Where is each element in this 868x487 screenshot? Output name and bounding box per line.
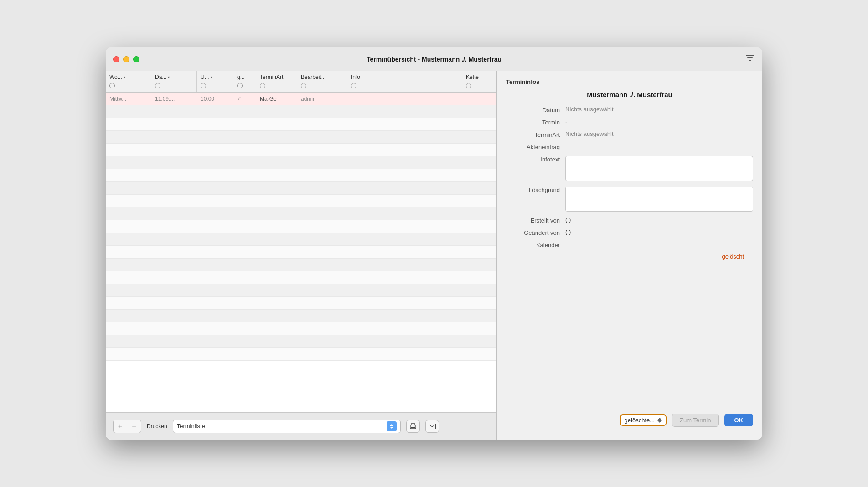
svg-point-2 bbox=[414, 425, 415, 426]
table-row[interactable] bbox=[106, 156, 496, 169]
info-row-kalender: Kalender bbox=[506, 241, 753, 249]
col-header-ke[interactable]: Kette bbox=[462, 71, 496, 92]
value-terminart: Nichts ausgewählt bbox=[565, 130, 753, 137]
print-button[interactable] bbox=[406, 420, 420, 433]
label-akteneintrag: Akteneintrag bbox=[506, 143, 565, 150]
value-datum: Nichts ausgewählt bbox=[565, 106, 753, 113]
loschgrund-box[interactable] bbox=[565, 187, 753, 212]
col-label-ta: TerminArt bbox=[260, 74, 283, 80]
add-button[interactable]: + bbox=[114, 420, 127, 433]
table-row[interactable] bbox=[106, 322, 496, 335]
col-header-ta[interactable]: TerminArt bbox=[256, 71, 297, 92]
label-infotext: Infotext bbox=[506, 155, 565, 163]
table-row[interactable]: Mittw... 11.09.... 10:00 ✓ Ma-Ge admin bbox=[106, 93, 496, 105]
table-row[interactable] bbox=[106, 118, 496, 131]
col-header-wo[interactable]: Wo... ▾ bbox=[106, 71, 151, 92]
maximize-button[interactable] bbox=[133, 56, 140, 62]
drucken-select[interactable]: Terminliste bbox=[173, 420, 401, 433]
value-erstellt: ( ) bbox=[565, 216, 753, 223]
value-geandert: ( ) bbox=[565, 228, 753, 235]
label-terminart: TerminArt bbox=[506, 130, 565, 138]
table-row[interactable] bbox=[106, 207, 496, 220]
table-row[interactable] bbox=[106, 220, 496, 233]
drucken-spinner[interactable] bbox=[387, 421, 397, 431]
table-row[interactable] bbox=[106, 310, 496, 322]
col-header-da[interactable]: Da... ▾ bbox=[151, 71, 197, 92]
geloschte-spinner[interactable] bbox=[657, 418, 662, 423]
col-header-uh[interactable]: U... ▾ bbox=[197, 71, 233, 92]
close-button[interactable] bbox=[113, 56, 119, 62]
spinner-up-icon bbox=[657, 418, 662, 420]
cell-da: 11.09.... bbox=[151, 94, 197, 104]
remove-button[interactable]: − bbox=[127, 420, 141, 433]
col-label-g: g... bbox=[237, 74, 245, 80]
info-row-akteneintrag: Akteneintrag bbox=[506, 143, 753, 150]
filter-icon[interactable] bbox=[745, 53, 755, 65]
radio-wo[interactable] bbox=[109, 83, 115, 88]
svg-rect-1 bbox=[411, 427, 415, 428]
table-row[interactable] bbox=[106, 144, 496, 156]
minimize-button[interactable] bbox=[123, 56, 129, 62]
cell-wo: Mittw... bbox=[106, 94, 151, 104]
col-label-ke: Kette bbox=[466, 74, 479, 80]
radio-uh[interactable] bbox=[201, 83, 206, 88]
label-datum: Datum bbox=[506, 106, 565, 114]
traffic-lights bbox=[113, 56, 140, 62]
col-header-in[interactable]: Info bbox=[347, 71, 462, 92]
geloschte-select[interactable]: gelöschte... bbox=[620, 414, 667, 426]
table-row[interactable] bbox=[106, 271, 496, 284]
svg-rect-3 bbox=[429, 424, 435, 429]
cell-in bbox=[347, 97, 462, 101]
checkmark-icon: ✓ bbox=[237, 96, 241, 102]
radio-ta[interactable] bbox=[260, 83, 265, 88]
title-bar: Terminübersicht - Mustermann ./. Musterf… bbox=[106, 47, 762, 71]
table-row[interactable] bbox=[106, 348, 496, 361]
label-erstellt: Erstellt von bbox=[506, 216, 565, 224]
col-label-wo: Wo... bbox=[109, 74, 122, 80]
mail-button[interactable] bbox=[425, 420, 439, 433]
add-remove-buttons: + − bbox=[113, 420, 141, 433]
col-header-g[interactable]: g... bbox=[233, 71, 256, 92]
col-header-be[interactable]: Bearbeit... bbox=[297, 71, 347, 92]
info-row-loschgrund: Löschgrund bbox=[506, 186, 753, 212]
col-label-uh: U... bbox=[201, 74, 209, 80]
table-row[interactable] bbox=[106, 105, 496, 118]
drucken-label: Drucken bbox=[147, 423, 167, 430]
label-termin: Termin bbox=[506, 118, 565, 126]
ok-button[interactable]: OK bbox=[724, 414, 754, 426]
table-row[interactable] bbox=[106, 335, 496, 348]
bottom-toolbar: + − Drucken Terminliste bbox=[106, 412, 496, 440]
main-content: Wo... ▾ Da... ▾ U... ▾ bbox=[106, 71, 762, 440]
col-label-in: Info bbox=[351, 74, 360, 80]
person-name: Mustermann ./. Musterfrau bbox=[506, 91, 753, 98]
table-row[interactable] bbox=[106, 169, 496, 182]
bottom-right-buttons: gelöschte... Zum Termin OK bbox=[497, 408, 762, 432]
table-row[interactable] bbox=[106, 131, 496, 144]
geloschte-text: gelöschte... bbox=[625, 417, 655, 424]
cell-be: admin bbox=[297, 94, 347, 104]
radio-g[interactable] bbox=[237, 83, 243, 88]
zum-termin-button[interactable]: Zum Termin bbox=[672, 414, 718, 427]
radio-ke[interactable] bbox=[466, 83, 471, 88]
table-row[interactable] bbox=[106, 182, 496, 195]
radio-in[interactable] bbox=[351, 83, 356, 88]
info-row-erstellt: Erstellt von ( ) bbox=[506, 216, 753, 224]
table-row[interactable] bbox=[106, 259, 496, 271]
radio-be[interactable] bbox=[301, 83, 306, 88]
table-row[interactable] bbox=[106, 233, 496, 246]
radio-da[interactable] bbox=[155, 83, 160, 88]
deleted-status: gelöscht bbox=[506, 253, 744, 260]
main-window: Terminübersicht - Mustermann ./. Musterf… bbox=[106, 47, 762, 440]
cell-ke bbox=[462, 97, 496, 101]
table-row[interactable] bbox=[106, 246, 496, 259]
col-label-be: Bearbeit... bbox=[301, 74, 326, 80]
info-row-termin: Termin - bbox=[506, 118, 753, 126]
value-termin: - bbox=[565, 118, 753, 125]
infotext-box[interactable] bbox=[565, 156, 753, 181]
table-row[interactable] bbox=[106, 284, 496, 297]
chevron-icon-da: ▾ bbox=[168, 75, 170, 79]
table-row[interactable] bbox=[106, 297, 496, 310]
table-row[interactable] bbox=[106, 195, 496, 207]
label-kalender: Kalender bbox=[506, 241, 565, 249]
info-row-terminart: TerminArt Nichts ausgewählt bbox=[506, 130, 753, 138]
